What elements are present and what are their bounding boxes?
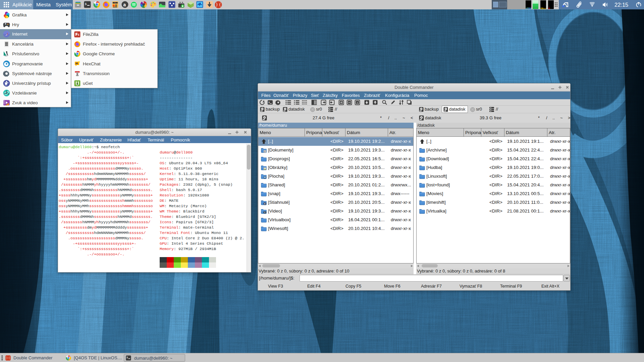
svg-text:T: T	[566, 3, 568, 5]
svg-text:$: $	[85, 3, 87, 6]
svg-text:$: $	[268, 101, 270, 104]
svg-text:hist: hist	[526, 7, 529, 9]
svg-text:S: S	[548, 6, 550, 8]
svg-text:a: a	[123, 2, 126, 7]
svg-text:$: $	[126, 356, 128, 359]
svg-text:Net: Net	[541, 7, 543, 9]
